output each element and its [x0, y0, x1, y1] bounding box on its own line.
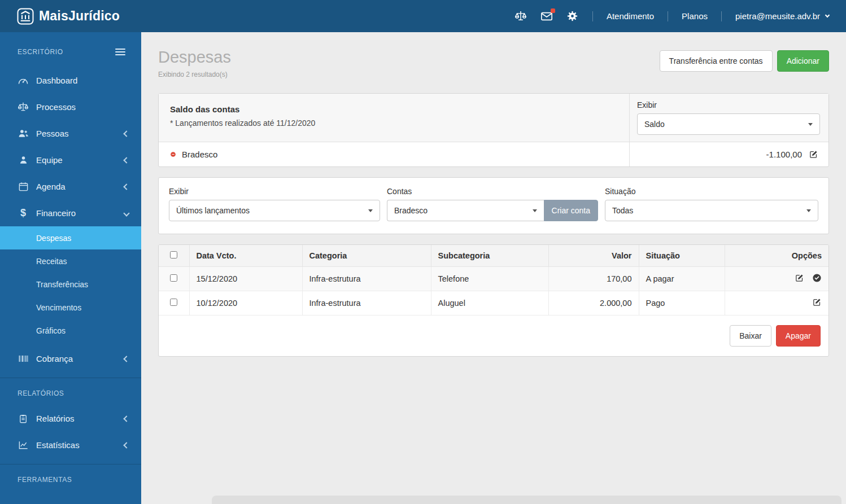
saldo-select[interactable]: Saldo	[637, 113, 820, 135]
chevron-left-icon	[123, 415, 129, 422]
sidebar-item-processos[interactable]: Processos	[0, 94, 141, 120]
chevron-left-icon	[123, 183, 129, 190]
cell-value: 2.000,00	[548, 291, 639, 315]
user-icon	[17, 154, 29, 166]
exibir-select[interactable]: Últimos lançamentos	[169, 200, 380, 221]
gear-icon[interactable]	[566, 10, 579, 23]
table-row: 15/12/2020 Infra-estrutura Telefone 170,…	[159, 267, 828, 291]
edit-row-icon[interactable]	[795, 273, 804, 283]
edit-row-icon[interactable]	[812, 297, 822, 307]
filter-situacao-label: Situação	[605, 187, 818, 196]
apagar-button[interactable]: Apagar	[776, 325, 821, 347]
header-opcoes: Opções	[725, 245, 828, 267]
sidebar-label: Relatórios	[36, 414, 124, 423]
add-button[interactable]: Adicionar	[777, 50, 829, 72]
page-actions: Transferência entre contas Adicionar	[660, 50, 829, 72]
sidebar-label: Financeiro	[36, 208, 124, 218]
sidebar-item-estatisticas[interactable]: Estatísticas	[0, 432, 141, 458]
bank-columns-icon	[17, 8, 34, 25]
cell-date: 10/12/2020	[189, 291, 302, 315]
main-content: Despesas Exibindo 2 resultado(s) Transfe…	[141, 32, 846, 504]
header-data-vcto: Data Vcto.	[189, 245, 302, 267]
user-menu[interactable]: pietra@meusite.adv.br	[735, 11, 829, 21]
sidebar: ESCRITÓRIO Dashboard	[0, 32, 141, 504]
cell-subcategory: Aluguel	[431, 291, 548, 315]
exibir-select-value: Últimos lançamentos	[176, 206, 250, 215]
cell-status: A pagar	[639, 267, 725, 291]
criar-conta-button[interactable]: Criar conta	[544, 200, 598, 221]
negative-balance-icon	[170, 151, 176, 157]
sidebar-item-pessoas[interactable]: Pessoas	[0, 120, 141, 147]
sidebar-item-equipe[interactable]: Equipe	[0, 147, 141, 173]
chevron-left-icon	[123, 157, 129, 163]
balance-scale-icon[interactable]	[514, 10, 527, 23]
sidebar-nav: Dashboard Processos	[0, 67, 141, 492]
expenses-table-card: Data Vcto. Categoria Subcategoria Valor …	[158, 244, 829, 357]
sidebar-label: Cobrança	[36, 354, 124, 363]
calendar-icon	[17, 181, 29, 193]
sidebar-item-receitas[interactable]: Receitas	[0, 249, 141, 273]
bottom-scrollbar[interactable]	[212, 496, 841, 504]
brand-name: MaisJurídico	[39, 8, 120, 24]
table-header-row: Data Vcto. Categoria Subcategoria Valor …	[159, 245, 828, 267]
sidebar-item-agenda[interactable]: Agenda	[0, 173, 141, 200]
caret-down-icon	[533, 209, 537, 212]
chevron-left-icon	[123, 442, 129, 448]
sidebar-label: Despesas	[36, 234, 129, 243]
balance-card-header: Saldo das contas * Lançamentos realizado…	[159, 94, 828, 142]
baixar-button[interactable]: Baixar	[730, 325, 771, 347]
barcode-icon	[17, 353, 29, 365]
filter-contas-label: Contas	[387, 187, 598, 196]
brand-logo[interactable]: MaisJurídico	[17, 8, 120, 25]
situacao-select[interactable]: Todas	[605, 200, 818, 221]
users-icon	[17, 128, 29, 140]
sidebar-item-cobranca[interactable]: Cobrança	[0, 345, 141, 372]
sidebar-label: Receitas	[36, 257, 129, 266]
nav-atendimento[interactable]: Atendimento	[607, 11, 654, 21]
table-footer: Baixar Apagar	[159, 315, 828, 356]
sidebar-label: Transferências	[36, 280, 129, 289]
cell-category: Infra-estrutura	[302, 267, 431, 291]
filters-card: Exibir Últimos lançamentos Contas Brades…	[158, 177, 829, 234]
hamburger-icon[interactable]	[115, 47, 125, 57]
header-categoria: Categoria	[302, 245, 431, 267]
sidebar-item-transferencias[interactable]: Transferências	[0, 273, 141, 296]
sidebar-item-financeiro[interactable]: $ Financeiro	[0, 200, 141, 226]
sidebar-item-graficos[interactable]: Gráficos	[0, 319, 141, 342]
page-title: Despesas	[158, 48, 231, 67]
mail-icon[interactable]	[540, 10, 553, 23]
transfer-between-accounts-button[interactable]: Transferência entre contas	[660, 50, 773, 72]
row-checkbox[interactable]	[170, 274, 177, 282]
sidebar-item-despesas[interactable]: Despesas	[0, 226, 141, 249]
sidebar-label: Agenda	[36, 182, 124, 191]
saldo-select-value: Saldo	[644, 120, 665, 129]
header-valor: Valor	[548, 245, 639, 267]
notification-dot	[551, 8, 555, 13]
sidebar-item-relatorios[interactable]: Relatórios	[0, 405, 141, 432]
row-checkbox[interactable]	[170, 299, 177, 306]
chevron-down-icon	[123, 210, 129, 216]
table-row: 10/12/2020 Infra-estrutura Aluguel 2.000…	[159, 291, 828, 315]
chevron-left-icon	[123, 356, 129, 362]
line-chart-icon	[17, 439, 29, 452]
chevron-left-icon	[123, 130, 129, 137]
sidebar-item-dashboard[interactable]: Dashboard	[0, 67, 141, 94]
balance-card: Saldo das contas * Lançamentos realizado…	[158, 93, 829, 167]
user-email: pietra@meusite.adv.br	[735, 11, 820, 21]
exibir-label: Exibir	[637, 100, 820, 109]
select-all-checkbox[interactable]	[170, 251, 177, 258]
edit-balance-icon[interactable]	[809, 150, 818, 159]
cell-subcategory: Telefone	[431, 267, 548, 291]
dollar-icon: $	[17, 207, 29, 220]
caret-down-icon	[806, 209, 811, 212]
nav-planos[interactable]: Planos	[682, 11, 708, 21]
section-label-relatorios: RELATÓRIOS	[18, 389, 64, 397]
account-balance: -1.100,00	[766, 150, 802, 159]
mark-paid-check-circle-icon[interactable]	[812, 273, 822, 283]
sidebar-item-vencimentos[interactable]: Vencimentos	[0, 296, 141, 319]
balance-card-title: Saldo das contas	[170, 104, 618, 114]
section-label-ferramentas: FERRAMENTAS	[18, 476, 72, 484]
account-row: Bradesco -1.100,00	[159, 142, 828, 166]
topbar-right: Atendimento Planos pietra@meusite.adv.br	[514, 10, 829, 23]
contas-select[interactable]: Bradesco	[387, 200, 544, 221]
